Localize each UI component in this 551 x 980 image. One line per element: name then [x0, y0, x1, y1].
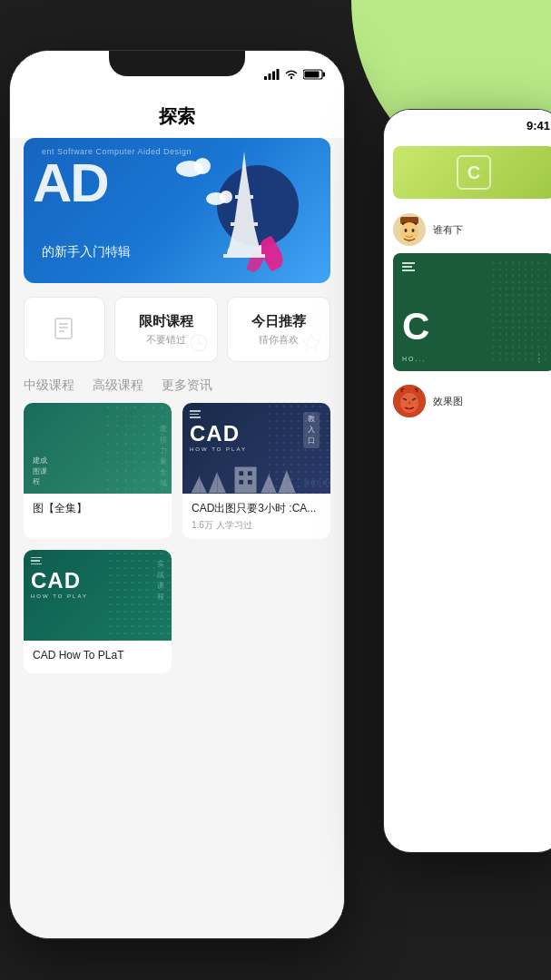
secondary-status-bar: 9:41 [384, 110, 551, 142]
svg-rect-28 [305, 72, 320, 78]
course-grid: 建成 图课 程 建模力量全域 图【全集】 [10, 403, 344, 691]
svg-text:建模力量全域: 建模力量全域 [303, 480, 330, 485]
svg-rect-31 [235, 195, 253, 199]
course-card-1[interactable]: 建成 图课 程 建模力量全域 图【全集】 [24, 403, 172, 539]
secondary-avatar-1 [393, 213, 426, 246]
secondary-cad-card[interactable]: C HO... ··· [393, 253, 551, 371]
svg-marker-30 [238, 174, 251, 197]
banner-cad-text: AD [33, 152, 108, 214]
svg-marker-29 [241, 152, 247, 174]
tab-more[interactable]: 更多资讯 [162, 377, 212, 394]
course-2-scene: 建模力量全域 [182, 462, 330, 494]
course-card-2[interactable]: CAD HOW TO PLAY 教入口 [182, 403, 330, 539]
secondary-user-label: 谁有下 [433, 223, 463, 237]
category-card-2-sub: 猜你喜欢 [259, 333, 299, 347]
svg-rect-33 [231, 222, 258, 226]
course-3-badge: 实战课程 [157, 559, 164, 603]
app-content: 探索 ent Software Computer Aided Design [10, 91, 344, 938]
category-card-1-sub: 不要错过 [146, 333, 186, 347]
course-thumb-3: CAD HOW TO PLAY 实战课程 [24, 550, 172, 641]
secondary-user-2-row: 效果图 [384, 380, 551, 422]
category-card-0[interactable] [24, 297, 105, 362]
phone-notch [109, 51, 245, 76]
svg-rect-27 [323, 73, 326, 77]
svg-marker-32 [234, 199, 254, 224]
cad-card-letter: C [402, 305, 429, 348]
svg-rect-51 [235, 467, 257, 494]
course-info-3: CAD How To PLaT [24, 641, 172, 673]
course-1-side-text: 建模力量全域 [160, 424, 172, 489]
app-title: 探索 [28, 104, 326, 129]
tab-row: 中级课程 高级课程 更多资讯 [10, 373, 344, 403]
tab-intermediate[interactable]: 中级课程 [24, 377, 74, 394]
svg-rect-36 [55, 318, 72, 338]
eiffel-tower [185, 147, 303, 274]
menu-lines-3-icon [31, 557, 42, 565]
svg-marker-47 [192, 475, 201, 493]
phone-main: 探索 ent Software Computer Aided Design [9, 50, 345, 939]
svg-rect-44 [103, 403, 166, 494]
category-card-1-title: 限时课程 [139, 313, 193, 330]
wifi-icon [284, 69, 299, 80]
category-row: 限时课程 不要错过 今日推荐 猜你喜欢 [10, 297, 344, 373]
course-info-2: CAD出图只要3小时 :CA... 1.6万 人学习过 [182, 494, 330, 539]
clock-icon [188, 332, 210, 354]
doc-icon [52, 317, 77, 342]
course-2-badge: 教入口 [303, 412, 320, 448]
svg-marker-58 [278, 469, 287, 493]
svg-point-72 [408, 402, 411, 405]
secondary-card-letter: C [457, 155, 491, 190]
secondary-user-row: 谁有下 [384, 206, 551, 253]
category-card-2[interactable]: 今日推荐 猜你喜欢 [227, 297, 330, 362]
svg-marker-50 [217, 473, 226, 493]
course-2-cad: CAD HOW TO PLAY [190, 423, 247, 452]
battery-icon [303, 69, 326, 80]
course-title-3: CAD How To PLaT [33, 648, 162, 663]
svg-rect-52 [239, 471, 243, 475]
secondary-content: C [384, 142, 551, 426]
svg-rect-53 [248, 471, 252, 475]
secondary-green-card[interactable]: C [393, 146, 551, 199]
svg-point-25 [290, 77, 292, 79]
menu-lines-icon [190, 410, 201, 418]
svg-rect-22 [269, 74, 271, 80]
secondary-time: 9:41 [526, 119, 550, 132]
banner[interactable]: ent Software Computer Aided Design [24, 138, 330, 283]
star-icon [300, 332, 322, 354]
svg-line-42 [199, 343, 202, 345]
svg-rect-24 [277, 69, 280, 80]
app-header: 探索 [10, 91, 344, 138]
svg-rect-69 [490, 260, 551, 365]
course-1-label: 建成 图课 程 [33, 456, 47, 486]
svg-marker-57 [270, 475, 277, 493]
secondary-avatar-2 [393, 385, 426, 417]
course-title-2: CAD出图只要3小时 :CA... [192, 501, 321, 516]
svg-rect-54 [239, 480, 243, 485]
cad-card-menu-icon [402, 262, 415, 271]
category-card-2-title: 今日推荐 [251, 313, 306, 330]
svg-rect-35 [223, 254, 265, 258]
svg-marker-59 [287, 471, 296, 493]
course-title-1: 图【全集】 [33, 501, 162, 516]
course-card-3[interactable]: CAD HOW TO PLAY 实战课程 CAD How To PLaT [24, 550, 172, 673]
svg-rect-23 [272, 72, 275, 81]
course-thumb-2: CAD HOW TO PLAY 教入口 [182, 403, 330, 494]
svg-marker-48 [200, 478, 207, 493]
svg-marker-49 [209, 471, 218, 493]
course-stats-2: 1.6万 人学习过 [192, 519, 321, 532]
course-3-cad: CAD HOW TO PLAY [31, 570, 88, 599]
course-info-1: 图【全集】 [24, 494, 172, 526]
phone-secondary: 9:41 C [383, 109, 551, 853]
signal-icon [264, 69, 280, 80]
svg-rect-55 [248, 480, 252, 485]
course-thumb-1: 建成 图课 程 建模力量全域 [24, 403, 172, 494]
svg-point-67 [412, 229, 415, 232]
cad-card-subtitle: HO... [402, 356, 426, 362]
status-icons [264, 69, 326, 80]
svg-rect-21 [264, 76, 267, 80]
svg-point-66 [405, 229, 408, 232]
tab-advanced[interactable]: 高级课程 [93, 377, 143, 394]
category-card-1[interactable]: 限时课程 不要错过 [114, 297, 218, 362]
secondary-effect-label: 效果图 [433, 395, 463, 408]
svg-marker-56 [261, 473, 270, 493]
